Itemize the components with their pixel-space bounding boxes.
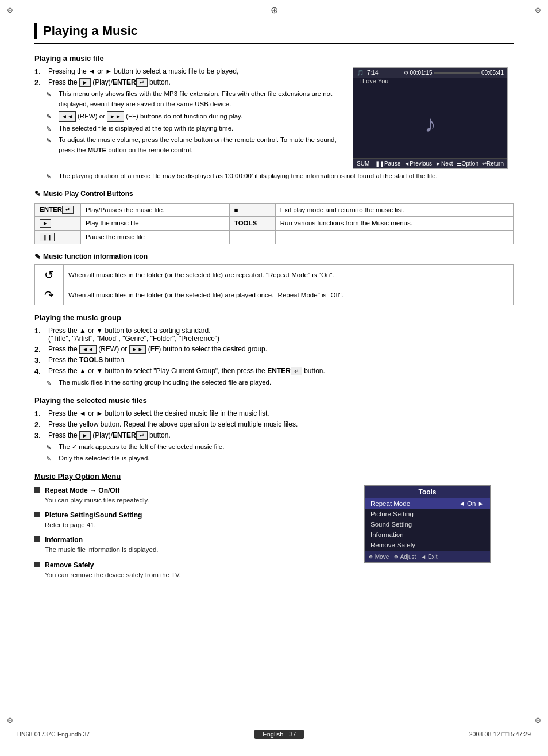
ctrl-heading-text: Music Play Control Buttons: [43, 190, 133, 198]
group-step-1-text: Press the ▲ or ▼ button to select a sort…: [48, 327, 219, 343]
sel-step-1: 1. Press the ◄ or ► button to select the…: [34, 409, 514, 418]
note-1-text: This menu only shows files with the MP3 …: [59, 89, 344, 109]
player-controls: ❚❚Pause ◄Previous ►Next ☰Option ↩Return: [375, 160, 504, 167]
option-item-3: Information The music file information i…: [34, 535, 355, 555]
option-4-desc: You can remove the device safely from th…: [45, 570, 181, 580]
sel-note-icon-2: ✎: [46, 454, 56, 464]
play-btn-sel: ►: [79, 431, 91, 440]
icon-repeat-on-text: When all music files in the folder (or t…: [64, 264, 514, 285]
player-time-total: 00:05:41: [481, 70, 504, 76]
option-1-label: Repeat Mode → On/Off: [45, 485, 149, 496]
sel-step-1-text: Press the ◄ or ► button to select the de…: [48, 409, 269, 417]
sel-step-3-text: Press the ► (Play)/ENTER↵ button.: [48, 431, 171, 440]
ctrl-key-pause: ❙❙: [35, 230, 81, 244]
player-icon: 🎵: [357, 70, 364, 76]
pause-btn-ctrl: ❙❙: [40, 233, 55, 241]
player-time-info: ↺ 00:01:15 00:05:41: [404, 70, 504, 76]
note-icon-3: ✎: [46, 124, 56, 134]
sel-step-3-num: 3.: [34, 431, 45, 440]
icon-repeat-off-text: When all music files in the folder (or t…: [64, 285, 514, 305]
page-title: Playing a Music: [34, 23, 514, 44]
note-3: ✎ The selected file is displayed at the …: [46, 124, 344, 134]
option-1-content: Repeat Mode → On/Off You can play music …: [45, 485, 149, 505]
ctrl-val-pause: Pause the music file: [81, 230, 230, 244]
section-music-group: Playing the music group 1. Press the ▲ o…: [34, 313, 514, 388]
footer-center: English - 37: [254, 730, 304, 739]
sel-note-2-text: Only the selected file is played.: [59, 454, 150, 463]
player-track-num: 7:14: [367, 70, 378, 76]
note-icon-5: ✎: [46, 172, 56, 182]
group-step-3-num: 3.: [34, 356, 45, 364]
ctrl-key-enter: ENTER↵: [35, 203, 81, 216]
page-footer: BN68-01737C-Eng.indb 37 English - 37 200…: [0, 730, 548, 739]
option-bullet-list: Repeat Mode → On/Off You can play music …: [34, 485, 355, 580]
icon-row-2: ↷ When all music files in the folder (or…: [35, 285, 514, 305]
section-selected-files: Playing the selected music files 1. Pres…: [34, 396, 514, 464]
sel-note-icon-1: ✎: [46, 443, 56, 452]
section-heading-music-group: Playing the music group: [34, 313, 514, 322]
step-2-text: Press the ► (Play)/ENTER↵ button.: [48, 78, 171, 87]
section-heading-option: Music Play Option Menu: [34, 472, 514, 481]
title-bar: [34, 23, 37, 39]
bottom-right-corner: ⊕: [535, 716, 541, 724]
group-step-4-num: 4.: [34, 367, 45, 375]
selected-notes: ✎ The ✓ mark appears to the left of the …: [34, 442, 514, 464]
bottom-section: Repeat Mode → On/Off You can play music …: [34, 485, 514, 585]
tools-menu-item-picture: Picture Setting: [365, 509, 490, 519]
tools-bottom-move: ❖ Move: [368, 554, 389, 560]
option-item-4: Remove Safely You can remove the device …: [34, 560, 355, 580]
long-note: ✎ The playing duration of a music file m…: [34, 171, 514, 182]
section-option-menu: Music Play Option Menu Repeat Mode → On/…: [34, 472, 514, 585]
note-4: ✎ To adjust the music volume, press the …: [46, 135, 344, 155]
repeat-mode-controls: ◄ On ►: [459, 500, 485, 507]
player-play-info: 🎵 7:14: [357, 70, 378, 76]
top-right-corner: ⊕: [535, 6, 541, 14]
enter-btn-sel: ↵: [136, 431, 148, 440]
step-1-num: 1.: [34, 67, 45, 76]
music-player: 🎵 7:14 ↺ 00:01:15 00:05:41 I Love Yo: [353, 67, 508, 169]
option-1-desc: You can play music files repeatedly.: [45, 496, 149, 505]
page: ⊕ ⊕ ⊕ ⊕ ⊕ Playing a Music Playing a musi…: [0, 0, 548, 756]
option-4-label: Remove Safely: [45, 560, 181, 570]
player-bottombar: SUM ❚❚Pause ◄Previous ►Next ☰Option ↩Ret…: [353, 158, 507, 168]
tools-bottom-adjust: ❖ Adjust: [393, 554, 416, 560]
bullet-2: [34, 512, 40, 517]
tools-menu-area: Tools Repeat Mode ◄ On ► Picture Setting…: [364, 485, 514, 585]
option-2-label: Picture Setting/Sound Setting: [45, 510, 142, 520]
step-2-num: 2.: [34, 78, 45, 87]
group-step-2-text: Press the ◄◄ (REW) or ►► (FF) button to …: [48, 345, 267, 354]
note-1: ✎ This menu only shows files with the MP…: [46, 89, 344, 109]
top-center-mark: ⊕: [271, 5, 278, 16]
tools-menu-item-info: Information: [365, 529, 490, 540]
note-4-text: To adjust the music volume, press the vo…: [59, 135, 344, 155]
ctrl-next: ►Next: [435, 160, 453, 167]
enter-btn-group: ↵: [291, 367, 302, 375]
enter-btn-icon: ↵: [136, 78, 148, 87]
note-3-text: The selected file is displayed at the to…: [59, 124, 233, 133]
control-buttons-heading: ✎ Music Play Control Buttons: [34, 190, 514, 198]
sel-note-2: ✎ Only the selected file is played.: [46, 454, 514, 464]
ctrl-return: ↩Return: [482, 160, 504, 167]
repeat-mode-label: Repeat Mode: [371, 500, 410, 507]
tools-menu-bottom: ❖ Move ❖ Adjust ◄ Exit: [365, 551, 490, 562]
ff-icon: ►►: [107, 111, 124, 122]
option-3-desc: The music file information is displayed.: [45, 545, 159, 555]
note-2: ✎ ◄◄ (REW) or ►► (FF) buttons do not fun…: [46, 111, 344, 122]
music-file-steps: 1. Pressing the ◄ or ► button to select …: [34, 67, 344, 87]
bullet-3: [34, 536, 40, 542]
music-group-note: ✎ The music files in the sorting group i…: [34, 378, 514, 388]
section-control-buttons: ✎ Music Play Control Buttons ENTER↵ Play…: [34, 190, 514, 244]
tools-menu: Tools Repeat Mode ◄ On ► Picture Setting…: [364, 485, 491, 563]
sel-step-2-num: 2.: [34, 420, 45, 429]
option-2-content: Picture Setting/Sound Setting Refer to p…: [45, 510, 142, 530]
icon-table: ↺ When all music files in the folder (or…: [34, 264, 514, 305]
control-table: ENTER↵ Play/Pauses the music file. ■ Exi…: [34, 203, 514, 244]
sel-step-2-text: Press the yellow button. Repeat the abov…: [48, 420, 298, 428]
player-time-track: 00:01:15: [410, 70, 433, 76]
play-btn-ctrl: ►: [40, 219, 51, 228]
ctrl-key-stop: ■: [229, 203, 275, 216]
selected-steps: 1. Press the ◄ or ► button to select the…: [34, 409, 514, 440]
tools-bottom-exit: ◄ Exit: [420, 554, 437, 560]
tools-menu-title: Tools: [365, 486, 490, 498]
option-4-content: Remove Safely You can remove the device …: [45, 560, 181, 580]
